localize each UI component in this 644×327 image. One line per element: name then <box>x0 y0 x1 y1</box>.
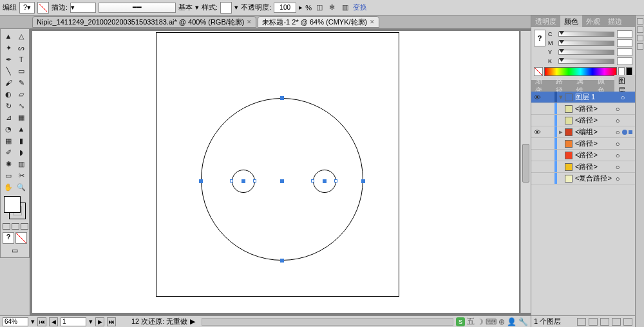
help-button[interactable]: ? <box>3 232 14 244</box>
moon-icon[interactable]: ☽ <box>477 317 484 326</box>
fill-stroke-control[interactable] <box>3 195 27 221</box>
collapsed-panel-3[interactable] <box>637 35 643 41</box>
new-layer-button[interactable] <box>612 318 621 326</box>
twirl-icon[interactable]: ▾ <box>557 93 565 101</box>
type-tool[interactable]: T <box>15 54 27 64</box>
gradient-tool[interactable]: ▮ <box>15 135 27 146</box>
layer-item[interactable]: <复合路径>○ <box>531 173 635 184</box>
zoom-tool[interactable]: 🔍 <box>15 182 27 192</box>
mesh-tool[interactable]: ▦ <box>3 135 14 146</box>
graph-tool[interactable]: ▥ <box>15 159 27 169</box>
target-icon[interactable]: ○ <box>613 105 622 113</box>
anchor-right[interactable] <box>361 179 365 183</box>
free-transform-tool[interactable]: ▦ <box>15 112 27 123</box>
slice-tool[interactable]: ✂ <box>15 170 27 181</box>
next-artboard-button[interactable]: ▶ <box>95 317 104 326</box>
magenta-slider[interactable] <box>558 41 614 46</box>
ball-icon[interactable]: ⊕ <box>498 317 505 326</box>
rotate-tool[interactable]: ↻ <box>3 101 14 111</box>
screen-mode[interactable]: ▭ <box>3 245 27 255</box>
scale-tool[interactable]: ⤡ <box>15 101 27 111</box>
help-swatch[interactable]: ? <box>534 30 545 46</box>
horizontal-scrollbar[interactable] <box>202 318 453 326</box>
transform-link[interactable]: 变换 <box>353 3 367 12</box>
symbol-sprayer-tool[interactable]: ✺ <box>3 159 14 169</box>
cyan-value[interactable] <box>617 30 632 38</box>
anchor-sc1b[interactable] <box>230 179 233 183</box>
vertical-scrollbar[interactable] <box>520 31 531 313</box>
anchor-sc2b[interactable] <box>311 179 314 183</box>
close-icon[interactable]: ✕ <box>370 19 375 25</box>
collapsed-panel-2[interactable] <box>637 26 643 33</box>
yellow-slider[interactable] <box>558 50 614 55</box>
draw-normal[interactable] <box>3 223 10 230</box>
draw-inside[interactable] <box>21 223 28 230</box>
artboard-tool[interactable]: ▭ <box>3 170 14 181</box>
anchor-sc2[interactable] <box>323 179 327 183</box>
rectangle-tool[interactable]: ▭ <box>15 66 27 76</box>
no-fill-swatch[interactable] <box>37 2 49 14</box>
target-icon[interactable]: ○ <box>613 163 622 171</box>
anchor-sc1[interactable] <box>242 179 245 183</box>
wrench-icon[interactable]: 🔧 <box>518 317 528 326</box>
twirl-icon[interactable]: ▸ <box>557 128 565 136</box>
layer-row-top[interactable]: 👁 ▾ 图层 1 ○ <box>531 92 635 103</box>
target-icon[interactable]: ○ <box>613 117 622 124</box>
locate-object-button[interactable] <box>577 318 586 326</box>
collapsed-panel-1[interactable] <box>637 18 643 25</box>
anchor-sc1c[interactable] <box>253 179 256 183</box>
anchor-bottom[interactable] <box>280 259 284 263</box>
collapsed-panel-4[interactable] <box>637 43 643 50</box>
layer-item[interactable]: <路径>○ <box>531 150 635 161</box>
opacity-input[interactable] <box>274 3 296 13</box>
tab-appearance[interactable]: 外观 <box>582 15 604 28</box>
layer-item[interactable]: <路径>○ <box>531 138 635 150</box>
magenta-value[interactable] <box>617 39 632 47</box>
make-clipping-button[interactable] <box>589 318 598 326</box>
target-icon[interactable]: ○ <box>618 94 627 101</box>
target-icon[interactable]: ○ <box>613 175 622 183</box>
keyboard-icon[interactable]: ⌨ <box>486 317 497 326</box>
canvas[interactable] <box>32 31 519 313</box>
new-sublayer-button[interactable] <box>600 318 609 326</box>
none-button[interactable] <box>15 232 27 244</box>
visibility-icon[interactable]: 👁 <box>531 94 543 101</box>
pencil-tool[interactable]: ✎ <box>15 77 27 88</box>
perspective-tool[interactable]: ▲ <box>15 124 27 134</box>
target-icon[interactable]: ○ <box>613 128 622 136</box>
delete-layer-button[interactable] <box>623 318 632 326</box>
artboard-input[interactable] <box>61 317 86 326</box>
shape-builder-tool[interactable]: ◔ <box>3 124 14 134</box>
hand-tool[interactable]: ✋ <box>3 182 14 192</box>
yellow-value[interactable] <box>617 48 632 56</box>
scrollbar-thumb[interactable] <box>522 144 529 183</box>
pen-tool[interactable]: ✒ <box>3 54 14 64</box>
cyan-slider[interactable] <box>558 32 614 37</box>
black-slider[interactable] <box>558 59 614 64</box>
style-swatch[interactable] <box>220 2 232 14</box>
selection-tool[interactable]: ▲ <box>3 31 14 41</box>
document-tab-2[interactable]: 未标题-1 2* @ 64% (CMYK/轮廓) ✕ <box>258 16 379 28</box>
warp-icon[interactable]: ▥ <box>340 3 350 13</box>
anchor-top[interactable] <box>280 96 284 100</box>
layer-item[interactable]: 👁▸<编组>○ <box>531 126 635 138</box>
line-tool[interactable]: ╲ <box>3 66 14 76</box>
eraser-tool[interactable]: ▱ <box>15 89 27 99</box>
close-icon[interactable]: ✕ <box>247 19 252 25</box>
width-tool[interactable]: ⊿ <box>3 112 14 123</box>
fill-swatch[interactable] <box>4 196 21 213</box>
stroke-profile-dropdown[interactable]: ━━ <box>99 3 176 13</box>
direct-selection-tool[interactable]: △ <box>15 31 27 41</box>
person-icon[interactable]: 👤 <box>507 317 516 326</box>
layer-item[interactable]: <路径>○ <box>531 161 635 173</box>
black-value[interactable] <box>617 57 632 65</box>
target-icon[interactable]: ○ <box>613 140 622 148</box>
blob-brush-tool[interactable]: ◐ <box>3 89 14 99</box>
layer-item[interactable]: <路径>○ <box>531 115 635 126</box>
anchor-left[interactable] <box>199 179 203 183</box>
lasso-tool[interactable]: ᔕ <box>15 43 27 53</box>
visibility-icon[interactable]: 👁 <box>531 128 543 136</box>
zoom-input[interactable] <box>3 317 28 326</box>
stroke-weight-dropdown[interactable]: ▾ <box>70 3 96 13</box>
sogou-icon[interactable]: S <box>456 317 465 326</box>
